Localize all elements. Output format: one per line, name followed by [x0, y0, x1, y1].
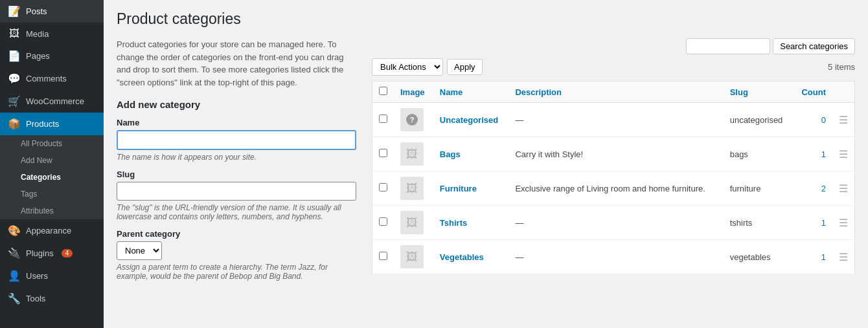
row-image-cell: 🖼 [394, 240, 433, 274]
name-label: Name [117, 118, 356, 127]
col-header-slug[interactable]: Slug [724, 82, 793, 103]
toolbar-right: 5 items [828, 62, 855, 72]
row-description-cell: Carry it with Style! [508, 137, 723, 171]
row-image-cell: 🖼 [394, 171, 433, 206]
categories-table: Image Name Description Slug Count [372, 81, 855, 274]
sidebar-item-categories[interactable]: Categories [0, 169, 104, 186]
sidebar-item-plugins[interactable]: 🔌 Plugins 4 [0, 242, 104, 265]
items-count: 5 items [828, 62, 855, 72]
row-menu-icon[interactable]: ☰ [839, 149, 848, 160]
image-icon: 🖼 [406, 250, 418, 264]
row-count-cell: 2 [793, 171, 832, 206]
category-name-link[interactable]: Furniture [440, 184, 477, 193]
row-checkbox-cell [372, 103, 394, 137]
count-link[interactable]: 1 [821, 252, 826, 262]
row-checkbox-cell [372, 240, 394, 274]
comments-icon: 💬 [8, 72, 21, 85]
parent-category-field: Parent category None Assign a parent ter… [117, 229, 356, 281]
sidebar-item-attributes[interactable]: Attributes [0, 202, 104, 219]
plugins-icon: 🔌 [8, 247, 21, 259]
sidebar-item-posts[interactable]: 📝 Posts [0, 0, 104, 23]
count-link[interactable]: 2 [821, 184, 826, 193]
content-layout: Product categories for your store can be… [117, 38, 855, 289]
panel-description: Product categories for your store can be… [117, 38, 356, 89]
row-menu-icon[interactable]: ☰ [839, 217, 848, 228]
row-slug-cell: furniture [724, 171, 793, 206]
image-placeholder: ? [400, 108, 424, 131]
apply-button[interactable]: Apply [447, 59, 483, 75]
posts-icon: 📝 [8, 5, 21, 17]
sidebar-item-users[interactable]: 👤 Users [0, 265, 104, 287]
row-menu-icon[interactable]: ☰ [839, 252, 848, 263]
left-panel: Product categories for your store can be… [117, 38, 356, 289]
slug-hint: The "slug" is the URL-friendly version o… [117, 203, 356, 221]
sidebar-item-tags[interactable]: Tags [0, 186, 104, 202]
row-slug-cell: vegetables [724, 240, 793, 274]
row-checkbox[interactable] [379, 149, 387, 157]
row-menu-icon[interactable]: ☰ [839, 115, 848, 126]
parent-category-hint: Assign a parent term to create a hierarc… [117, 263, 356, 281]
pages-icon: 📄 [8, 50, 21, 62]
question-icon: ? [406, 114, 418, 126]
sidebar: 📝 Posts 🖼 Media 📄 Pages 💬 Comments 🛒 Woo… [0, 0, 104, 328]
parent-category-select[interactable]: None [117, 241, 162, 260]
col-header-count[interactable]: Count [793, 82, 832, 103]
image-placeholder: 🖼 [400, 142, 424, 166]
name-hint: The name is how it appears on your site. [117, 153, 356, 162]
select-all-checkbox[interactable] [379, 87, 387, 95]
category-name-link[interactable]: Uncategorised [440, 115, 498, 125]
bulk-actions-select[interactable]: Bulk Actions [372, 58, 443, 76]
sidebar-item-media[interactable]: 🖼 Media [0, 23, 104, 45]
name-input[interactable] [117, 130, 356, 150]
row-checkbox[interactable] [379, 217, 387, 226]
sidebar-item-add-new[interactable]: Add New [0, 152, 104, 169]
row-menu-cell: ☰ [832, 206, 855, 240]
image-icon: 🖼 [406, 148, 418, 161]
row-description-cell: — [508, 240, 723, 274]
row-slug-cell: uncategorised [724, 103, 793, 137]
row-slug-cell: tshirts [724, 206, 793, 240]
search-categories-button[interactable]: Search categories [773, 38, 855, 54]
row-checkbox-cell [372, 171, 394, 206]
sidebar-item-pages[interactable]: 📄 Pages [0, 45, 104, 67]
sidebar-item-appearance[interactable]: 🎨 Appearance [0, 219, 104, 242]
image-icon: 🖼 [406, 182, 418, 195]
row-checkbox[interactable] [379, 183, 387, 191]
row-menu-icon[interactable]: ☰ [839, 183, 848, 194]
row-description-cell: Exclusive range of Living room and home … [508, 171, 723, 206]
tools-icon: 🔧 [8, 292, 21, 305]
plugins-badge: 4 [62, 249, 73, 257]
row-menu-cell: ☰ [832, 137, 855, 171]
woocommerce-icon: 🛒 [8, 95, 21, 107]
sidebar-item-all-products[interactable]: All Products [0, 135, 104, 152]
row-checkbox[interactable] [379, 115, 387, 123]
count-link[interactable]: 1 [821, 149, 826, 159]
row-count-cell: 1 [793, 240, 832, 274]
category-name-link[interactable]: Vegetables [440, 252, 484, 262]
row-checkbox[interactable] [379, 252, 387, 260]
count-link[interactable]: 0 [821, 115, 826, 125]
users-icon: 👤 [8, 270, 21, 282]
image-icon: 🖼 [406, 216, 418, 230]
sidebar-item-tools[interactable]: 🔧 Tools [0, 287, 104, 310]
row-description-cell: — [508, 206, 723, 240]
col-header-image: Image [394, 82, 433, 103]
appearance-icon: 🎨 [8, 224, 21, 237]
table-row: 🖼 Tshirts — tshirts 1 ☰ [372, 206, 855, 240]
col-header-menu [832, 82, 855, 103]
row-name-cell: Tshirts [433, 206, 509, 240]
row-name-cell: Vegetables [433, 240, 509, 274]
sidebar-item-woocommerce[interactable]: 🛒 WooCommerce [0, 90, 104, 113]
row-menu-cell: ☰ [832, 240, 855, 274]
col-header-description[interactable]: Description [508, 82, 723, 103]
col-header-name[interactable]: Name [433, 82, 509, 103]
slug-input[interactable] [117, 182, 356, 201]
sidebar-item-products[interactable]: 📦 Products [0, 113, 104, 135]
search-input[interactable] [686, 38, 770, 54]
table-row: 🖼 Vegetables — vegetables 1 ☰ [372, 240, 855, 274]
sidebar-item-comments[interactable]: 💬 Comments [0, 67, 104, 90]
category-name-link[interactable]: Bags [440, 149, 461, 159]
count-link[interactable]: 1 [821, 218, 826, 228]
category-name-link[interactable]: Tshirts [440, 218, 467, 228]
slug-label: Slug [117, 169, 356, 179]
